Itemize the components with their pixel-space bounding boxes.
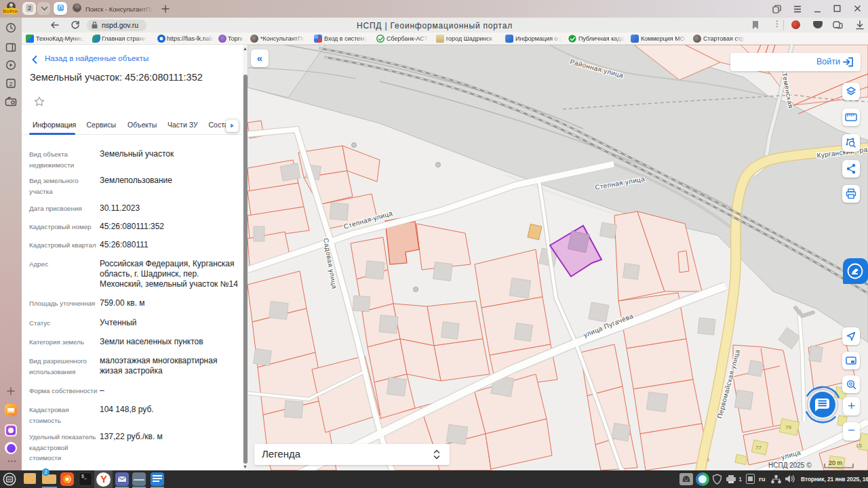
- svg-text:20 m: 20 m: [829, 460, 842, 466]
- svg-text:79: 79: [785, 424, 791, 430]
- svg-text:15: 15: [856, 443, 862, 449]
- svg-text:НСПД 2025 ©: НСПД 2025 ©: [768, 462, 812, 469]
- svg-text:2: 2: [9, 81, 12, 87]
- svg-text:77: 77: [755, 445, 762, 451]
